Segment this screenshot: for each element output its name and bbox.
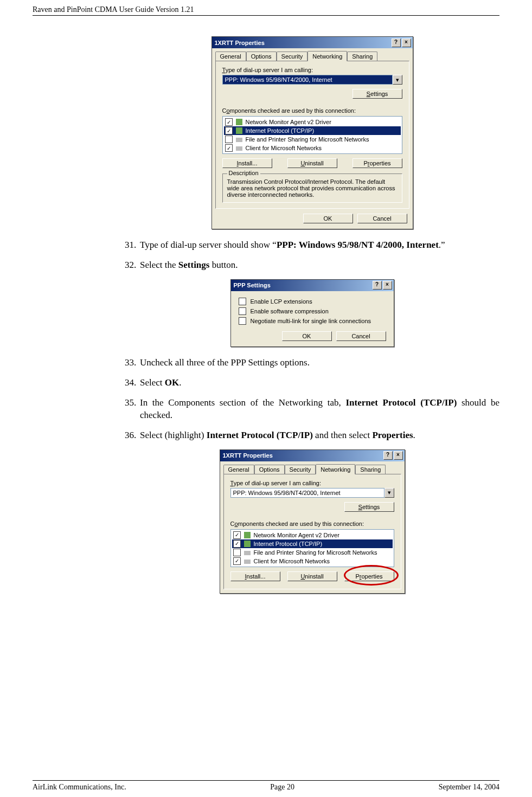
driver-icon — [235, 118, 243, 126]
help-icon[interactable]: ? — [383, 451, 393, 460]
tabstrip: General Options Security Networking Shar… — [212, 48, 413, 61]
tab-security[interactable]: Security — [285, 465, 316, 474]
components-list: ✓ Network Monitor Agent v2 Driver ✓ Inte… — [230, 529, 394, 567]
ok-button[interactable]: OK — [303, 214, 353, 223]
protocol-icon — [243, 540, 251, 548]
svg-rect-0 — [236, 119, 242, 125]
checkbox-icon[interactable]: ✓ — [233, 531, 241, 539]
list-item-label: Internet Protocol (TCP/IP) — [246, 127, 315, 134]
properties-button[interactable]: Properties — [344, 571, 394, 581]
chevron-down-icon[interactable]: ▾ — [393, 75, 402, 85]
cancel-button[interactable]: Cancel — [336, 331, 386, 341]
dialog-title: 1XRTT Properties — [215, 40, 265, 46]
properties-button[interactable]: Properties — [352, 158, 402, 168]
tab-security[interactable]: Security — [277, 52, 308, 61]
list-item[interactable]: ✓ Internet Protocol (TCP/IP) — [224, 126, 401, 135]
install-button[interactable]: Install... — [222, 158, 272, 168]
checkbox-icon[interactable]: ✓ — [225, 127, 233, 134]
close-icon[interactable]: × — [402, 38, 411, 47]
list-item[interactable]: ✓ Network Monitor Agent v2 Driver — [232, 531, 393, 539]
dialog-title: 1XRTT Properties — [223, 452, 273, 459]
label-components: Components checked are used by this conn… — [222, 107, 402, 114]
footer-center: Page 20 — [270, 783, 294, 792]
titlebar: 1XRTT Properties ? × — [220, 450, 405, 461]
tab-general[interactable]: General — [215, 52, 246, 61]
uninstall-button[interactable]: Uninstall — [287, 571, 337, 581]
service-icon — [235, 136, 243, 143]
checkbox-icon[interactable] — [225, 136, 233, 143]
list-item[interactable]: File and Printer Sharing for Microsoft N… — [232, 548, 393, 557]
titlebar: 1XRTT Properties ? × — [212, 37, 413, 48]
step-35: 35. In the Components section of the Net… — [125, 397, 499, 422]
tab-options[interactable]: Options — [246, 52, 277, 61]
dialog-title: PPP Settings — [234, 282, 271, 288]
client-icon — [243, 557, 251, 565]
step-31: 31. Type of dial-up server should show “… — [125, 239, 499, 252]
settings-button[interactable]: Settings — [344, 502, 394, 512]
step-number: 34. — [125, 377, 140, 389]
help-icon[interactable]: ? — [392, 38, 401, 47]
driver-icon — [243, 531, 251, 539]
figure-ppp-settings: PPP Settings ? × Enable LCP extensions E… — [125, 279, 499, 347]
checkbox-row[interactable]: Enable software compression — [239, 306, 386, 316]
step-33: 33. Uncheck all three of the PPP Setting… — [125, 357, 499, 369]
checkbox-row[interactable]: Enable LCP extensions — [239, 297, 386, 306]
list-item[interactable]: File and Printer Sharing for Microsoft N… — [224, 135, 401, 144]
dialup-type-dropdown[interactable]: PPP: Windows 95/98/NT4/2000, Internet — [222, 75, 393, 85]
label-dialup-type: Type of dial-up server I am calling: — [222, 67, 402, 73]
step-number: 33. — [125, 357, 140, 369]
dialup-type-dropdown[interactable]: PPP: Windows 95/98/NT4/2000, Internet — [230, 488, 384, 498]
tab-body: Type of dial-up server I am calling: PPP… — [223, 474, 401, 589]
checkbox-icon[interactable] — [239, 298, 246, 305]
uninstall-button[interactable]: Uninstall — [287, 158, 337, 168]
close-icon[interactable]: × — [394, 451, 403, 460]
help-icon[interactable]: ? — [373, 281, 382, 290]
svg-rect-1 — [236, 127, 242, 134]
list-item[interactable]: ✓ Internet Protocol (TCP/IP) — [232, 539, 393, 548]
tab-general[interactable]: General — [223, 465, 254, 474]
svg-rect-6 — [244, 551, 251, 555]
checkbox-icon[interactable]: ✓ — [225, 118, 233, 126]
checkbox-icon[interactable] — [239, 317, 246, 325]
cancel-button[interactable]: Cancel — [357, 214, 407, 223]
step-32: 32. Select the Settings button. — [125, 259, 499, 272]
checkbox-row[interactable]: Negotiate multi-link for single link con… — [239, 316, 386, 326]
titlebar: PPP Settings ? × — [231, 280, 394, 291]
description-group: Description Transmission Control Protoco… — [222, 173, 402, 203]
components-list: ✓ Network Monitor Agent v2 Driver ✓ In — [222, 116, 402, 154]
settings-button[interactable]: Settings — [352, 89, 402, 99]
checkbox-icon[interactable]: ✓ — [233, 557, 241, 565]
install-button[interactable]: Install... — [230, 571, 280, 581]
list-item[interactable]: ✓ Client for Microsoft Networks — [224, 144, 401, 152]
list-item-label: Network Monitor Agent v2 Driver — [246, 119, 331, 125]
list-item[interactable]: ✓ Network Monitor Agent v2 Driver — [224, 118, 401, 126]
list-item[interactable]: ✓ Client for Microsoft Networks — [232, 557, 393, 565]
checkbox-icon[interactable] — [239, 307, 246, 315]
main-content: 1XRTT Properties ? × General Options Sec… — [33, 16, 499, 780]
dialog-1xrtt-properties: 1XRTT Properties ? × General Options Sec… — [211, 36, 413, 229]
list-item-label: Client for Microsoft Networks — [246, 145, 322, 151]
svg-rect-2 — [236, 138, 242, 142]
tab-networking[interactable]: Networking — [316, 464, 355, 474]
checkbox-icon[interactable] — [233, 549, 241, 556]
tab-networking[interactable]: Networking — [307, 51, 347, 61]
checkbox-icon[interactable]: ✓ — [225, 144, 233, 152]
client-icon — [235, 144, 243, 152]
svg-rect-5 — [244, 541, 251, 547]
chevron-down-icon[interactable]: ▾ — [384, 488, 394, 498]
label-dialup-type: Type of dial-up server I am calling: — [230, 480, 394, 486]
tab-sharing[interactable]: Sharing — [347, 52, 377, 61]
footer-right: September 14, 2004 — [439, 783, 499, 792]
ok-button[interactable]: OK — [282, 331, 332, 341]
tab-sharing[interactable]: Sharing — [355, 465, 386, 474]
checkbox-label: Enable LCP extensions — [251, 298, 312, 305]
figure-1xrtt-properties-1: 1XRTT Properties ? × General Options Sec… — [125, 36, 499, 229]
dialog-ppp-settings: PPP Settings ? × Enable LCP extensions E… — [230, 279, 394, 347]
step-number: 31. — [125, 239, 140, 252]
close-icon[interactable]: × — [383, 281, 392, 290]
checkbox-icon[interactable]: ✓ — [233, 540, 241, 548]
svg-rect-3 — [236, 146, 242, 151]
tab-options[interactable]: Options — [254, 465, 285, 474]
dialup-type-value: PPP: Windows 95/98/NT4/2000, Internet — [231, 489, 384, 497]
footer-left: AirLink Communications, Inc. — [33, 783, 126, 792]
